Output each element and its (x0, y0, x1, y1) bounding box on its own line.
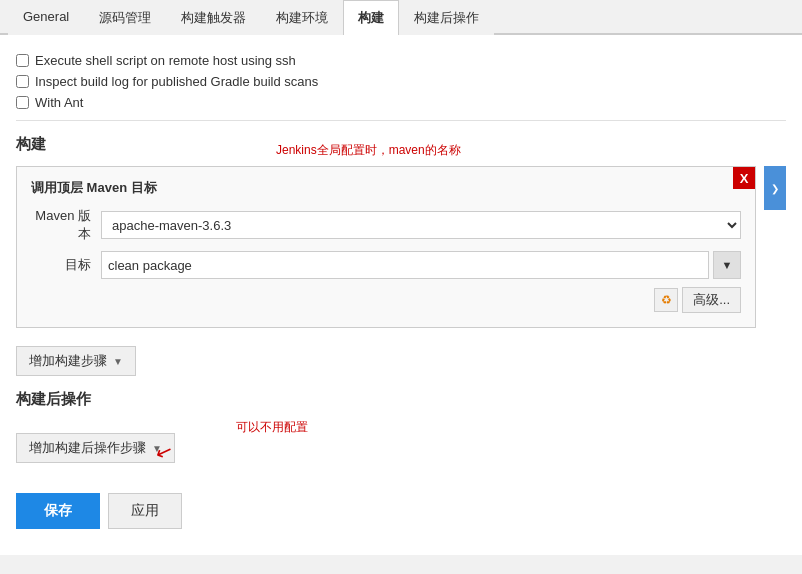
add-post-step-button[interactable]: 增加构建后操作步骤 ▼ (16, 433, 175, 463)
save-button[interactable]: 保存 (16, 493, 100, 529)
annotation-maven: Jenkins全局配置时，maven的名称 (276, 142, 461, 159)
tab-general[interactable]: General (8, 0, 84, 35)
checkbox-section: Execute shell script on remote host usin… (16, 45, 786, 121)
maven-version-row: Maven 版本 apache-maven-3.6.3 (31, 207, 741, 243)
post-build-section: 构建后操作 可以不用配置 ↙ 增加构建后操作步骤 ▼ (16, 390, 786, 463)
action-bar: 保存 应用 (16, 493, 786, 529)
chevron-down-icon: ▼ (722, 259, 733, 271)
tab-post[interactable]: 构建后操作 (399, 0, 494, 35)
maven-build-card: X 调用顶层 Maven 目标 Maven 版本 apache-maven-3.… (16, 166, 756, 328)
post-build-annotation-wrap: 可以不用配置 ↙ 增加构建后操作步骤 ▼ (16, 429, 786, 463)
goal-row: 目标 ▼ (31, 251, 741, 279)
checkbox-row-cb3: With Ant (16, 95, 786, 110)
checkbox-label-cb2: Inspect build log for published Gradle b… (35, 74, 318, 89)
maven-version-wrap: apache-maven-3.6.3 (101, 211, 741, 239)
checkbox-cb1[interactable] (16, 54, 29, 67)
checkbox-cb3[interactable] (16, 96, 29, 109)
maven-version-select[interactable]: apache-maven-3.6.3 (101, 211, 741, 239)
annotation-post-build: 可以不用配置 (236, 419, 308, 436)
goal-label: 目标 (31, 256, 101, 274)
checkbox-row-cb2: Inspect build log for published Gradle b… (16, 74, 786, 89)
apply-button[interactable]: 应用 (108, 493, 182, 529)
advanced-button[interactable]: 高级... (682, 287, 741, 313)
maven-version-label: Maven 版本 (31, 207, 101, 243)
tab-trigger[interactable]: 构建触发器 (166, 0, 261, 35)
add-build-step-button[interactable]: 增加构建步骤 ▼ (16, 346, 136, 376)
close-card-button[interactable]: X (733, 167, 755, 189)
recycle-icon[interactable]: ♻ (654, 288, 678, 312)
goal-dropdown-button[interactable]: ▼ (713, 251, 741, 279)
side-chevron-icon: ❯ (771, 183, 779, 194)
side-expand-button[interactable]: ❯ (764, 166, 786, 210)
card-title: 调用顶层 Maven 目标 (31, 179, 741, 197)
add-post-step-wrap: 增加构建后操作步骤 ▼ (16, 429, 786, 463)
build-section: 构建 Jenkins全局配置时，maven的名称 ↙ X 调用顶层 Maven … (16, 135, 786, 376)
checkbox-label-cb1: Execute shell script on remote host usin… (35, 53, 296, 68)
advanced-row: ♻ 高级... (31, 287, 741, 313)
main-content: Execute shell script on remote host usin… (0, 35, 802, 555)
add-build-step-wrap: 增加构建步骤 ▼ (16, 342, 786, 376)
tab-env[interactable]: 构建环境 (261, 0, 343, 35)
goal-input[interactable] (101, 251, 709, 279)
tab-build[interactable]: 构建 (343, 0, 399, 35)
post-build-title: 构建后操作 (16, 390, 786, 409)
checkbox-label-cb3: With Ant (35, 95, 83, 110)
tab-bar: General源码管理构建触发器构建环境构建构建后操作 (0, 0, 802, 35)
tab-source[interactable]: 源码管理 (84, 0, 166, 35)
goal-wrap: ▼ (101, 251, 741, 279)
checkbox-row-cb1: Execute shell script on remote host usin… (16, 53, 786, 68)
add-step-dropdown-arrow: ▼ (113, 356, 123, 367)
checkbox-cb2[interactable] (16, 75, 29, 88)
